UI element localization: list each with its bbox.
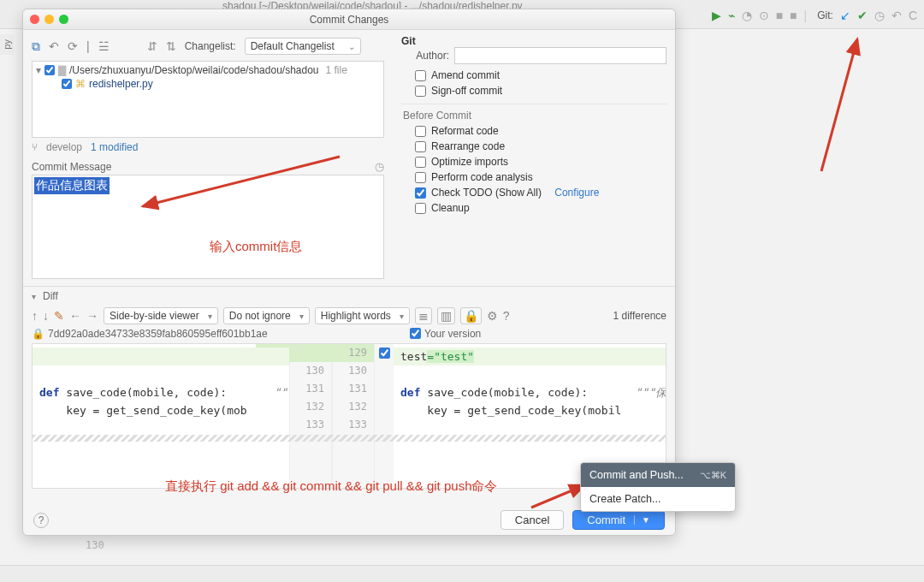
annotation-commit-hint: 输入commit信息 (210, 239, 302, 255)
root-path: /Users/zhuxuanyu/Desktop/weilai/code/sha… (69, 64, 319, 76)
analysis-checkbox[interactable] (415, 172, 426, 183)
stop-icon[interactable]: ■ (776, 9, 783, 22)
file-checkbox[interactable] (62, 79, 72, 89)
cleanup-checkbox[interactable] (415, 203, 426, 214)
menu-commit-push-shortcut: ⌥⌘K (700, 470, 726, 481)
configure-link[interactable]: Configure (554, 187, 599, 199)
menu-commit-and-push[interactable]: Commit and Push... ⌥⌘K (581, 463, 735, 487)
readonly-lock-icon: 🔒 (32, 328, 44, 341)
right-doc: """保存短信验证码，过期时间 (608, 386, 666, 399)
git-update-icon[interactable]: ↙ (840, 9, 850, 22)
diff-body[interactable]: def save_code(mobile, code): """保存短信验证码，… (32, 343, 666, 489)
menu-create-patch[interactable]: Create Patch... (581, 487, 735, 511)
group-by-icon[interactable]: ☱ (98, 39, 110, 53)
expand-all-icon[interactable]: ⇵ (147, 39, 157, 53)
right-test-val: ="test" (427, 350, 474, 363)
amend-checkbox[interactable] (415, 70, 426, 81)
left-code-pane[interactable]: def save_code(mobile, code): """保存短信验证码，… (33, 344, 289, 488)
file-name: redishelper.py (89, 78, 153, 90)
collapse-unchanged-icon[interactable]: ≣ (415, 307, 432, 324)
profile-icon[interactable]: ⊙ (759, 9, 769, 22)
analysis-label: Perform code analysis (431, 171, 533, 183)
git-commit-icon[interactable]: ✔ (857, 9, 868, 22)
optimize-checkbox[interactable] (415, 157, 426, 168)
collapse-all-icon[interactable]: ⇅ (166, 39, 176, 53)
svg-line-2 (531, 485, 584, 508)
svg-line-0 (821, 39, 857, 171)
include-change-checkbox[interactable] (410, 328, 421, 339)
edit-icon[interactable]: ✎ (54, 309, 64, 323)
help-button[interactable]: ? (33, 513, 49, 528)
highlight-mode-dropdown[interactable]: Highlight words▾ (315, 307, 410, 324)
editor-lineno-130: 130 (86, 539, 104, 551)
todo-checkbox[interactable] (415, 187, 426, 199)
chevron-updown-icon: ⌄ (348, 42, 355, 51)
git-label: Git: (817, 9, 833, 21)
todo-label: Check TODO (Show All) (431, 187, 542, 199)
refresh-icon[interactable]: ⟳ (68, 39, 78, 53)
run-icon[interactable]: ▶ (712, 9, 721, 22)
branch-name[interactable]: develop (46, 141, 82, 153)
diff-label: Diff (43, 290, 58, 302)
forward-icon[interactable]: → (86, 309, 98, 323)
next-change-icon[interactable]: ↓ (43, 309, 49, 323)
left-gutter: 129 130 131 132 133 (289, 344, 332, 488)
python-file-icon: ⌘ (75, 78, 86, 90)
ignore-mode-value: Do not ignore (229, 310, 291, 322)
git-section-label: Git (401, 35, 666, 47)
changelist-label: Changelist: (185, 40, 236, 52)
diff-expand-icon[interactable]: ▾ (32, 292, 36, 301)
viewer-mode-dropdown[interactable]: Side-by-side viewer▾ (104, 307, 218, 324)
commit-split-caret-icon[interactable]: ▼ (634, 515, 650, 525)
optimize-label: Optimize imports (431, 156, 508, 168)
tree-expand-icon[interactable]: ▾ (36, 64, 41, 76)
settings-gear-icon[interactable]: ⚙ (487, 309, 498, 323)
right-revision-name: Your version (424, 328, 666, 341)
search-icon[interactable]: C (909, 9, 917, 22)
ide-statusbar (0, 565, 924, 582)
ignore-mode-dropdown[interactable]: Do not ignore▾ (223, 307, 310, 324)
tree-file-row[interactable]: ⌘ redishelper.py (34, 77, 382, 91)
show-diff-icon[interactable]: ⧉ (32, 39, 40, 54)
highlight-mode-value: Highlight words (321, 310, 391, 322)
reformat-checkbox[interactable] (415, 126, 426, 137)
changelist-dropdown[interactable]: Default Changelist ⌄ (245, 38, 361, 55)
diff-toolbar: ↑ ↓ ✎ ← → Side-by-side viewer▾ Do not ig… (23, 306, 675, 328)
history-icon[interactable]: ◷ (375, 160, 384, 173)
stop2-icon[interactable]: ■ (790, 9, 797, 22)
author-input[interactable] (454, 47, 666, 64)
lock-icon[interactable]: 🔒 (460, 307, 482, 324)
revert-icon[interactable]: ↶ (49, 39, 59, 53)
menu-commit-push-label: Commit and Push... (589, 469, 684, 481)
menu-create-patch-label: Create Patch... (589, 493, 660, 505)
diff-count: 1 difference (613, 310, 667, 322)
root-checkbox[interactable] (44, 65, 55, 75)
kw-def: def (39, 386, 66, 399)
right-test-var: test (400, 350, 427, 363)
fold-indicator (33, 435, 666, 442)
changelist-value: Default Changelist (251, 40, 335, 52)
annotation-push-hint: 直接执行 git add && git commit && git pull &… (165, 478, 497, 495)
rearrange-checkbox[interactable] (415, 141, 426, 152)
file-tree[interactable]: ▾ ▇ /Users/zhuxuanyu/Desktop/weilai/code… (32, 61, 384, 138)
commit-dropdown-menu: Commit and Push... ⌥⌘K Create Patch... (580, 462, 736, 512)
prev-change-icon[interactable]: ↑ (32, 309, 38, 323)
signoff-checkbox[interactable] (415, 86, 426, 97)
help-icon[interactable]: ? (503, 309, 510, 323)
dialog-title: Commit Changes (23, 14, 675, 26)
git-history-icon[interactable]: ◷ (874, 9, 885, 22)
author-label: Author: (401, 50, 449, 62)
debug-icon[interactable]: ⌁ (728, 9, 735, 22)
right-key-line: key = get_send_code_key(mobil (394, 404, 628, 417)
git-revert-icon[interactable]: ↶ (891, 9, 902, 22)
left-gutter-tab[interactable]: py (0, 34, 14, 55)
coverage-icon[interactable]: ◔ (742, 9, 752, 22)
folder-icon: ▇ (58, 64, 66, 76)
signoff-label: Sign-off commit (431, 85, 502, 97)
modified-link[interactable]: 1 modified (91, 141, 138, 153)
left-key-line: key = get_send_code_key(mob (33, 404, 254, 417)
back-icon[interactable]: ← (69, 309, 81, 323)
sync-scroll-icon[interactable]: ▥ (437, 307, 455, 324)
tree-root-row[interactable]: ▾ ▇ /Users/zhuxuanyu/Desktop/weilai/code… (34, 63, 382, 77)
line-include-checkbox[interactable] (379, 347, 390, 359)
